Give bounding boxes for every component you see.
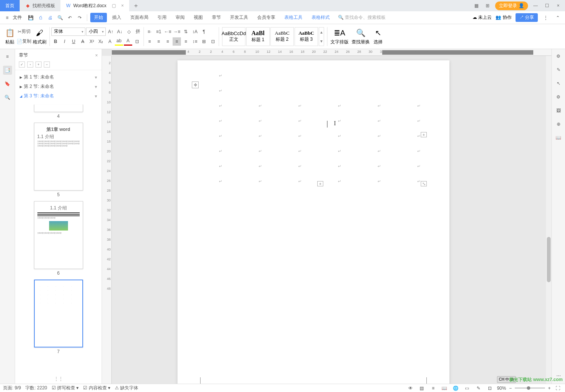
settings-icon[interactable]: ⚙ xyxy=(554,52,563,60)
collapse-all-icon[interactable]: ▫ xyxy=(27,61,33,68)
zoom-level[interactable]: 90% xyxy=(497,386,506,391)
menu-icon[interactable]: ≡ xyxy=(3,14,11,22)
table-add-col-handle[interactable]: + xyxy=(421,132,427,137)
style-heading2[interactable]: AaBbC标题 2 xyxy=(270,27,294,46)
file-menu[interactable]: 文件 xyxy=(13,14,22,21)
italic-icon[interactable]: I xyxy=(60,37,69,46)
thumbnail-page-5[interactable]: 第1章 word 1.1 介绍 文本内容文本内容文本内容文本内容文本内容文本内容… xyxy=(34,123,83,191)
scroll-thumb[interactable] xyxy=(547,237,551,282)
sections-icon[interactable]: 📑 xyxy=(3,66,12,75)
page-view-icon[interactable]: ▤ xyxy=(418,384,426,392)
maximize-icon[interactable]: ☐ xyxy=(543,3,551,8)
web-view-icon[interactable]: 🌐 xyxy=(452,384,460,392)
select-tool-icon[interactable]: ↖ xyxy=(554,79,563,88)
bookmark-icon[interactable]: 🔖 xyxy=(3,79,12,88)
zoom-in-icon[interactable]: + xyxy=(36,61,42,68)
styles-more[interactable]: ▴▾ xyxy=(319,27,324,46)
share-button[interactable]: ↗ 分享 xyxy=(516,13,538,22)
text-layout-button[interactable]: ≣A文字排版 xyxy=(329,27,350,46)
bold-icon[interactable]: B xyxy=(51,37,60,46)
sort-icon[interactable]: ⇅ xyxy=(182,28,190,36)
clear-format-icon[interactable]: ◇ xyxy=(125,28,133,36)
more-icon[interactable]: ⋮ xyxy=(542,14,550,22)
expand-all-icon[interactable]: ✓ xyxy=(19,61,25,68)
eye-icon[interactable]: 👁 xyxy=(406,384,415,392)
tab-start[interactable]: 开始 xyxy=(90,13,107,22)
format-painter-button[interactable]: 🖌格式刷 xyxy=(31,27,48,46)
tab-table-style[interactable]: 表格样式 xyxy=(308,13,333,22)
nav-section-3[interactable]: ◢第 3 节: 未命名▾ xyxy=(15,91,102,101)
superscript-icon[interactable]: X² xyxy=(88,37,96,46)
tab-view[interactable]: 视图 xyxy=(190,13,207,22)
save-as-icon[interactable]: ⎙ xyxy=(36,14,45,22)
tab-page-layout[interactable]: 页面布局 xyxy=(127,13,152,22)
ink-icon[interactable]: ✎ xyxy=(474,384,483,392)
increase-indent-icon[interactable]: →≡ xyxy=(173,28,181,36)
vertical-ruler[interactable]: 2468101214161820222426283032343638404244… xyxy=(102,56,112,384)
spellcheck-toggle[interactable]: ☑ 拼写检查 ▾ xyxy=(52,385,79,391)
nav-resize-handle[interactable]: ⋮⋮ xyxy=(15,374,102,384)
shrink-font-icon[interactable]: A↓ xyxy=(116,28,124,36)
align-justify-icon[interactable]: ≡ xyxy=(173,37,181,46)
decrease-indent-icon[interactable]: ←≡ xyxy=(164,28,172,36)
strike-icon[interactable]: A̶ xyxy=(79,37,87,46)
grid-icon[interactable]: ▦ xyxy=(472,3,480,8)
tab-templates[interactable]: ◆ 找稻壳模板 xyxy=(20,0,60,11)
properties-icon[interactable]: ⚙ xyxy=(554,93,563,101)
select-button[interactable]: ↖选择 xyxy=(371,27,385,46)
missing-fonts[interactable]: ⚠ 缺失字体 xyxy=(115,385,138,391)
document-table[interactable]: ↵ ↵ ↵↵↵↵↵↵ ↵↵↵↵↵↵ ↵↵↵↵↵↵ ↵↵↵↵↵↵ ↵↵↵↵↵↵ ↵… xyxy=(200,68,438,189)
tab-member[interactable]: 会员专享 xyxy=(253,13,279,22)
undo-icon[interactable]: ↶ xyxy=(66,14,74,22)
nav-section-1[interactable]: ▶第 1 节: 未命名▾ xyxy=(15,72,102,82)
text-effect-icon[interactable]: A xyxy=(106,37,114,46)
highlight-icon[interactable]: ab xyxy=(115,37,123,46)
login-button[interactable]: 立即登录👤 xyxy=(495,2,528,10)
cloud-status[interactable]: ☁ 未上云 xyxy=(472,14,492,21)
style-heading3[interactable]: AaBbC标题 3 xyxy=(295,27,318,46)
bullets-icon[interactable]: ≡· xyxy=(145,28,154,36)
nav-section-2[interactable]: ▶第 2 节: 未命名▾ xyxy=(15,82,102,91)
minimize-icon[interactable]: — xyxy=(532,3,539,8)
print-icon[interactable]: 🖨 xyxy=(46,14,54,22)
underline-icon[interactable]: U xyxy=(69,37,78,46)
fullscreen-icon[interactable]: ⛶ xyxy=(554,384,562,392)
zoom-out-icon[interactable]: − xyxy=(44,61,50,68)
align-left-icon[interactable]: ≡ xyxy=(145,37,154,46)
table-resize-handle[interactable]: ⤡ xyxy=(421,181,427,186)
redo-icon[interactable]: ↷ xyxy=(76,14,84,22)
highlight-tool-icon[interactable]: ✎ xyxy=(554,66,563,74)
close-panel-icon[interactable]: × xyxy=(95,53,98,58)
zoom-out-button[interactable]: − xyxy=(509,386,512,391)
close-tab-icon[interactable]: × xyxy=(121,3,124,8)
fit-icon[interactable]: ⊡ xyxy=(486,384,494,392)
grow-font-icon[interactable]: A↑ xyxy=(107,28,115,36)
thumbnail-page-6[interactable]: 1.1 介绍 文本内容文本内容文本内容 文本内容文本内容文本内容文本内容 xyxy=(34,201,83,269)
align-center-icon[interactable]: ≡ xyxy=(154,37,163,46)
font-family-select[interactable]: 宋体 xyxy=(51,28,85,36)
tab-review[interactable]: 审阅 xyxy=(172,13,188,22)
copy-button[interactable]: 📄 复制 xyxy=(17,37,31,46)
apps-icon[interactable]: ⊞ xyxy=(484,3,491,8)
vertical-scrollbar[interactable] xyxy=(546,56,551,384)
tab-sections[interactable]: 章节 xyxy=(208,13,225,22)
subscript-icon[interactable]: X₂ xyxy=(97,37,105,46)
align-right-icon[interactable]: ≡ xyxy=(164,37,172,46)
style-heading1[interactable]: AaBl标题 1 xyxy=(246,27,270,46)
style-normal[interactable]: AaBbCcDd正文 xyxy=(222,27,245,46)
word-count[interactable]: 字数: 2220 xyxy=(25,385,47,391)
tab-home[interactable]: 首页 xyxy=(0,0,20,11)
image-tool-icon[interactable]: 🖼 xyxy=(554,106,563,115)
add-tab-button[interactable]: ＋ xyxy=(129,2,143,10)
reading-view-icon[interactable]: 📖 xyxy=(440,384,449,392)
command-search[interactable]: 🔍 查找命令、搜索模板 xyxy=(338,14,386,21)
preview-icon[interactable]: 🔍 xyxy=(56,14,64,22)
page-indicator[interactable]: 页面: 9/9 xyxy=(3,385,21,391)
tab-table-tools[interactable]: 表格工具 xyxy=(281,13,306,22)
cut-button[interactable]: ✂ 剪切 xyxy=(17,28,31,36)
close-window-icon[interactable]: × xyxy=(554,3,562,8)
thumbnail-page-7[interactable]: ····· ····· ····· ····· ····· xyxy=(34,280,83,347)
content-check-toggle[interactable]: ☑ 内容检查 ▾ xyxy=(83,385,110,391)
tab-references[interactable]: 引用 xyxy=(154,13,170,22)
outline-icon[interactable]: ≡ xyxy=(3,52,12,61)
